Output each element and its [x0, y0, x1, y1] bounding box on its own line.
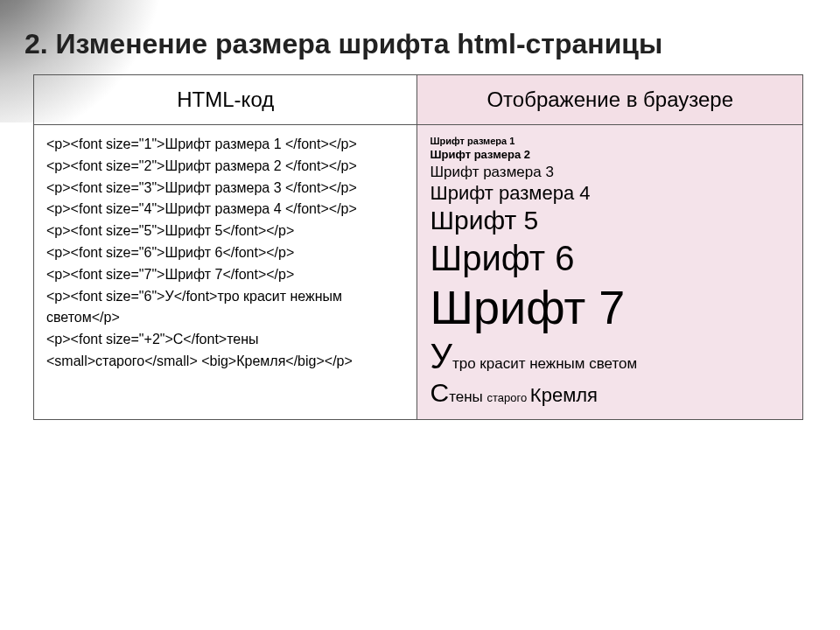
code-line: <p><font size="7">Шрифт 7</font></p>	[46, 264, 404, 286]
big-text: Кремля	[530, 384, 598, 406]
code-cell: <p><font size="1">Шрифт размера 1 </font…	[34, 125, 417, 420]
header-render: Отображение в браузере	[417, 75, 803, 125]
rest-text: тро красит нежным светом	[452, 355, 637, 372]
small-text: старого	[487, 391, 530, 404]
code-line: <p><font size="6">У</font>тро красит неж…	[46, 286, 404, 330]
render-size-3: Шрифт размера 3	[430, 164, 790, 181]
render-size-5: Шрифт 5	[430, 206, 790, 236]
code-line: <p><font size="+2">С</font>тены <small>с…	[46, 329, 404, 373]
code-line: <p><font size="3">Шрифт размера 3 </font…	[46, 178, 404, 200]
code-line: <p><font size="2">Шрифт размера 2 </font…	[46, 156, 404, 178]
render-size-7: Шрифт 7	[430, 280, 790, 334]
dropcap: У	[430, 337, 452, 375]
render-size-6: Шрифт 6	[430, 238, 790, 278]
header-code: HTML-код	[34, 75, 417, 125]
example-table: HTML-код Отображение в браузере <p><font…	[33, 74, 803, 420]
code-line: <p><font size="5">Шрифт 5</font></p>	[46, 220, 404, 242]
render-dropcap-line-2: Стены старого Кремля	[430, 378, 790, 409]
code-line: <p><font size="4">Шрифт размера 4 </font…	[46, 199, 404, 220]
render-size-2: Шрифт размера 2	[430, 149, 790, 162]
render-cell: Шрифт размера 1 Шрифт размера 2 Шрифт ра…	[417, 125, 803, 420]
code-line: <p><font size="1">Шрифт размера 1 </font…	[46, 134, 404, 156]
code-line: <p><font size="6">Шрифт 6</font></p>	[46, 242, 404, 264]
dropcap: С	[430, 378, 449, 407]
slide-title: 2. Изменение размера шрифта html-страниц…	[0, 0, 840, 74]
rest-text: тены	[449, 388, 486, 405]
render-size-1: Шрифт размера 1	[430, 136, 790, 147]
render-size-4: Шрифт размера 4	[430, 182, 790, 204]
render-dropcap-line-1: Утро красит нежным светом	[430, 336, 790, 376]
